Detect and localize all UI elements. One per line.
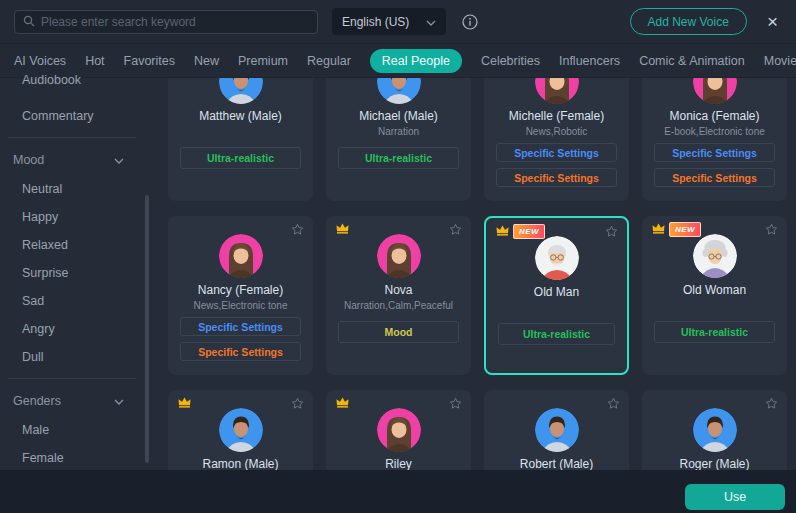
- voice-buttons: Specific SettingsSpecific Settings: [180, 317, 301, 361]
- voice-card-old-woman[interactable]: NEW Old Woman Ultra-realistic: [642, 216, 787, 375]
- voice-tags: Narration: [326, 126, 471, 138]
- voice-card-matthew-male[interactable]: Matthew (Male) Ultra-realistic: [168, 78, 313, 201]
- avatar-male-icon: [219, 408, 263, 452]
- ultra-realistic-button[interactable]: Ultra-realistic: [654, 321, 775, 343]
- avatar-male-icon: [219, 78, 263, 104]
- voice-picker-window: English (US) Add New Voice × AI VoicesHo…: [0, 0, 796, 513]
- avatar-female-icon: [535, 78, 579, 104]
- tab-movies-television[interactable]: Movies & Television: [764, 54, 796, 68]
- use-button[interactable]: Use: [685, 484, 785, 510]
- sidebar-item-relaxed[interactable]: Relaxed: [0, 231, 150, 259]
- sidebar-section-label: Mood: [13, 153, 44, 167]
- voice-card-riley[interactable]: Riley: [326, 390, 471, 470]
- search-box[interactable]: [14, 10, 318, 34]
- tab-real-people[interactable]: Real People: [370, 49, 462, 73]
- premium-crown-icon: [178, 397, 191, 408]
- chevron-down-icon: [114, 394, 124, 408]
- voice-name: Ramon (Male): [168, 457, 313, 470]
- tab-influencers[interactable]: Influencers: [559, 54, 620, 68]
- favorite-star-icon[interactable]: [449, 223, 462, 236]
- favorite-star-icon[interactable]: [765, 223, 778, 236]
- language-selector[interactable]: English (US): [332, 8, 446, 35]
- sidebar-item-dull[interactable]: Dull: [0, 343, 150, 371]
- ultra-realistic-button[interactable]: Ultra-realistic: [338, 147, 459, 169]
- sidebar-item-audiobook[interactable]: Audiobook: [0, 66, 150, 94]
- avatar-female-icon: [377, 408, 421, 452]
- tab-regular[interactable]: Regular: [307, 54, 351, 68]
- ultra-realistic-button[interactable]: Ultra-realistic: [180, 147, 301, 169]
- voice-grid-viewport: Matthew (Male) Ultra-realistic Michael (…: [150, 78, 796, 470]
- sidebar-scrollbar[interactable]: [145, 195, 149, 463]
- premium-crown-icon: [496, 225, 509, 236]
- voice-card-nancy-female[interactable]: Nancy (Female) News,Electronic tone Spec…: [168, 216, 313, 375]
- content-area: AudiobookCommentary Mood NeutralHappyRel…: [0, 78, 796, 470]
- voice-name: Michael (Male): [326, 109, 471, 123]
- sidebar-item-neutral[interactable]: Neutral: [0, 175, 150, 203]
- specific-settings-button[interactable]: Specific Settings: [496, 168, 617, 187]
- voice-tags: E-book,Electronic tone: [642, 126, 787, 138]
- sidebar-section-label: Genders: [13, 394, 61, 408]
- sidebar-item-angry[interactable]: Angry: [0, 315, 150, 343]
- favorite-star-icon[interactable]: [605, 225, 618, 238]
- voice-buttons: Ultra-realistic: [180, 147, 301, 169]
- voice-tags: News,Electronic tone: [168, 300, 313, 312]
- tab-celebrities[interactable]: Celebrities: [481, 54, 540, 68]
- mood-button[interactable]: Mood: [338, 321, 459, 343]
- ultra-realistic-button[interactable]: Ultra-realistic: [498, 323, 615, 345]
- close-icon[interactable]: ×: [767, 12, 778, 31]
- voice-buttons: Mood: [338, 321, 459, 343]
- premium-crown-icon: [336, 397, 349, 408]
- voice-card-old-man[interactable]: NEW Old Man Ultra-realistic: [484, 216, 629, 375]
- new-badge: NEW: [669, 222, 701, 237]
- search-icon: [23, 13, 35, 31]
- voice-card-monica-female[interactable]: Monica (Female) E-book,Electronic tone S…: [642, 78, 787, 201]
- premium-crown-icon: [336, 223, 349, 234]
- voice-buttons: Specific SettingsSpecific Settings: [496, 143, 617, 187]
- favorite-star-icon[interactable]: [291, 397, 304, 410]
- tab-comic-animation[interactable]: Comic & Animation: [639, 54, 745, 68]
- specific-settings-button[interactable]: Specific Settings: [180, 317, 301, 336]
- sidebar-item-male[interactable]: Male: [0, 416, 150, 444]
- voice-name: Roger (Male): [642, 457, 787, 470]
- avatar-male-icon: [693, 408, 737, 452]
- voice-card-michelle-female[interactable]: Michelle (Female) News,Robotic Specific …: [484, 78, 629, 201]
- specific-settings-button[interactable]: Specific Settings: [654, 143, 775, 162]
- new-badge: NEW: [513, 224, 545, 239]
- favorite-star-icon[interactable]: [607, 397, 620, 410]
- top-bar: English (US) Add New Voice ×: [0, 0, 796, 44]
- specific-settings-button[interactable]: Specific Settings: [654, 168, 775, 187]
- sidebar-item-surprise[interactable]: Surprise: [0, 259, 150, 287]
- filter-sidebar: AudiobookCommentary Mood NeutralHappyRel…: [0, 78, 150, 470]
- sidebar-section-genders[interactable]: Genders: [0, 386, 150, 416]
- specific-settings-button[interactable]: Specific Settings: [180, 342, 301, 361]
- search-input[interactable]: [41, 15, 309, 29]
- favorite-star-icon[interactable]: [449, 397, 462, 410]
- voice-buttons: Ultra-realistic: [654, 321, 775, 343]
- voice-card-ramon-male[interactable]: Ramon (Male): [168, 390, 313, 470]
- sidebar-item-happy[interactable]: Happy: [0, 203, 150, 231]
- avatar-oldwoman-icon: [693, 234, 737, 278]
- info-icon[interactable]: [462, 14, 478, 30]
- voice-card-nova[interactable]: Nova Narration,Calm,Peaceful Mood: [326, 216, 471, 375]
- sidebar-section-mood[interactable]: Mood: [0, 145, 150, 175]
- tab-new[interactable]: New: [194, 54, 219, 68]
- voice-card-robert-male[interactable]: Robert (Male): [484, 390, 629, 470]
- add-new-voice-button[interactable]: Add New Voice: [630, 8, 747, 35]
- sidebar-divider: [8, 378, 136, 379]
- voice-name: Nancy (Female): [168, 283, 313, 297]
- language-label: English (US): [342, 15, 409, 29]
- voice-name: Michelle (Female): [484, 109, 629, 123]
- sidebar-item-commentary[interactable]: Commentary: [0, 102, 150, 130]
- voice-buttons: Ultra-realistic: [338, 147, 459, 169]
- favorite-star-icon[interactable]: [765, 397, 778, 410]
- favorite-star-icon[interactable]: [291, 223, 304, 236]
- chevron-down-icon: [426, 15, 436, 29]
- avatar-male-icon: [535, 408, 579, 452]
- sidebar-item-female[interactable]: Female: [0, 444, 150, 472]
- sidebar-item-sad[interactable]: Sad: [0, 287, 150, 315]
- specific-settings-button[interactable]: Specific Settings: [496, 143, 617, 162]
- voice-name: Old Woman: [642, 283, 787, 297]
- voice-card-roger-male[interactable]: Roger (Male): [642, 390, 787, 470]
- tab-premium[interactable]: Premium: [238, 54, 288, 68]
- voice-card-michael-male[interactable]: Michael (Male) Narration Ultra-realistic: [326, 78, 471, 201]
